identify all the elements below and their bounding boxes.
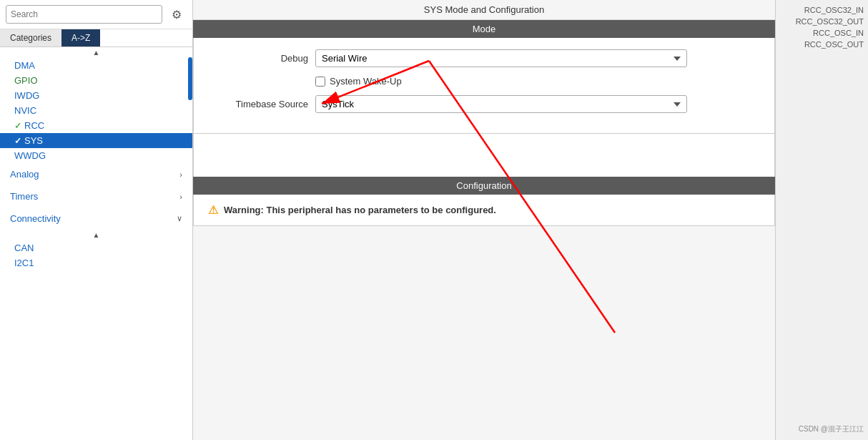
sidebar-content: ▲ DMA GPIO IWDG NVIC ✓ RCC ✓ SYS WWDG An… [0,47,192,440]
analog-chevron-icon: › [179,170,182,179]
analog-label: Analog [10,169,39,180]
warning-icon: ⚠ [208,203,218,217]
sidebar-item-iwdg[interactable]: IWDG [0,88,192,103]
sidebar-item-dma[interactable]: DMA [0,58,192,73]
sidebar-item-sys-label: SYS [24,135,43,146]
mode-section-header: Mode [193,20,775,38]
sidebar-item-gpio[interactable]: GPIO [0,73,192,88]
timers-label: Timers [10,191,38,202]
debug-label: Debug [208,53,308,64]
debug-select[interactable]: Serial Wire JTAG (5 pins) JTAG (4 pins) … [315,49,687,67]
wakeup-label: System Wake-Up [330,76,402,87]
sidebar: ⚙ Categories A->Z ▲ DMA GPIO IWDG NVIC ✓… [0,0,193,440]
gear-button[interactable]: ⚙ [167,4,187,24]
wakeup-checkbox[interactable] [315,77,325,87]
sidebar-item-rcc-label: RCC [24,120,44,131]
warning-message: Warning: This peripheral has no paramete… [224,205,496,215]
tab-categories[interactable]: Categories [0,29,61,47]
wakeup-row: System Wake-Up [315,76,760,87]
sidebar-category-connectivity[interactable]: Connectivity ∨ [0,207,192,230]
tab-atoz[interactable]: A->Z [61,29,100,47]
debug-row: Debug Serial Wire JTAG (5 pins) JTAG (4 … [208,49,760,67]
right-label-osc32out: RCC_OSC32_OUT [796,17,864,26]
connectivity-label: Connectivity [10,213,61,224]
timebase-row: Timebase Source SysTick TIM1 TIM2 [208,95,760,113]
scrollbar[interactable] [188,57,192,100]
sidebar-item-wwdg[interactable]: WWDG [0,148,192,163]
sidebar-top: ⚙ [0,0,192,29]
scroll-up-btn[interactable]: ▲ [0,47,192,58]
sidebar-item-sys[interactable]: ✓ SYS [0,133,192,148]
warning-section: ⚠ Warning: This peripheral has no parame… [193,195,775,226]
mode-section-body: Debug Serial Wire JTAG (5 pins) JTAG (4 … [193,38,775,134]
sidebar-category-timers[interactable]: Timers › [0,185,192,207]
search-input[interactable] [6,5,162,24]
watermark: CSDN @混子王江江 [799,424,864,434]
sidebar-item-can[interactable]: CAN [0,240,192,255]
sidebar-item-rcc[interactable]: ✓ RCC [0,118,192,133]
timebase-select[interactable]: SysTick TIM1 TIM2 [315,95,687,113]
sidebar-item-nvic[interactable]: NVIC [0,103,192,118]
sidebar-tabs: Categories A->Z [0,29,192,47]
right-label-oscout: RCC_OSC_OUT [804,40,864,49]
rcc-check-icon: ✓ [14,121,21,131]
panel-title: SYS Mode and Configuration [193,0,775,20]
sidebar-item-i2c1[interactable]: I2C1 [0,255,192,270]
main-content: SYS Mode and Configuration Mode Debug Se… [193,0,775,440]
timebase-label: Timebase Source [208,99,308,109]
config-section-header: Configuration [193,177,775,195]
right-label-osc32in: RCC_OSC32_IN [804,6,864,14]
mode-section-gap [193,134,775,177]
sys-check-icon: ✓ [14,136,21,146]
sidebar-category-analog[interactable]: Analog › [0,163,192,185]
right-label-oscin: RCC_OSC_IN [813,29,864,37]
warning-text: ⚠ Warning: This peripheral has no parame… [208,203,760,217]
connectivity-chevron-icon: ∨ [177,214,182,223]
right-panel: RCC_OSC32_IN RCC_OSC32_OUT RCC_OSC_IN RC… [775,0,868,440]
config-panel: Mode Debug Serial Wire JTAG (5 pins) JTA… [193,20,775,440]
connectivity-scroll-up-btn[interactable]: ▲ [0,230,192,240]
timers-chevron-icon: › [179,192,182,201]
